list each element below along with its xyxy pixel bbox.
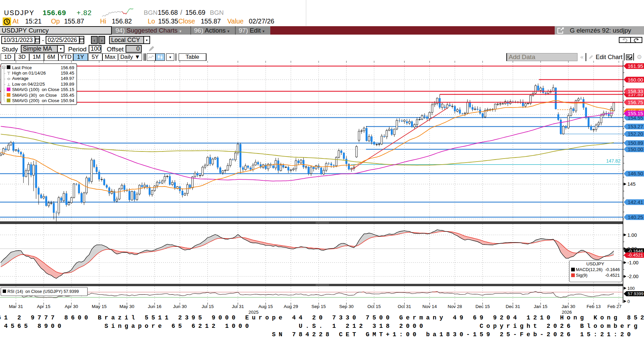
svg-text:140.25: 140.25 xyxy=(628,214,643,220)
svg-text:Average: Average xyxy=(12,76,29,81)
svg-text:150.00: 150.00 xyxy=(628,146,643,152)
svg-text:-1.00: -1.00 xyxy=(628,260,639,265)
svg-text:Mar 31: Mar 31 xyxy=(9,304,23,309)
svg-text:147.82: 147.82 xyxy=(606,158,620,164)
svg-text:159.45: 159.45 xyxy=(61,71,74,76)
svg-text:Jul 31: Jul 31 xyxy=(232,304,244,309)
svg-text:155.15: 155.15 xyxy=(628,111,643,116)
svg-text:Apr 30: Apr 30 xyxy=(65,304,78,309)
svg-text:Feb 27: Feb 27 xyxy=(607,304,622,309)
svg-text:57.9399: 57.9399 xyxy=(628,291,644,296)
svg-text:Jan 15: Jan 15 xyxy=(534,304,548,309)
svg-text:Nov 28: Nov 28 xyxy=(448,304,462,309)
svg-text:Low on 04/22/25: Low on 04/22/25 xyxy=(12,82,45,87)
svg-text:May 30: May 30 xyxy=(120,304,134,309)
svg-text:Sep 30: Sep 30 xyxy=(339,304,354,309)
svg-text:-0.1646: -0.1646 xyxy=(605,267,620,272)
svg-text:Aug 15: Aug 15 xyxy=(259,304,273,309)
svg-text:146.50: 146.50 xyxy=(628,171,643,176)
svg-text:142.41: 142.41 xyxy=(628,199,643,205)
svg-text:MACD(12,26): MACD(12,26) xyxy=(576,267,602,272)
svg-text:152.20: 152.20 xyxy=(628,131,643,137)
svg-text:Dec 31: Dec 31 xyxy=(506,304,520,309)
svg-text:Jul 15: Jul 15 xyxy=(201,304,214,309)
svg-text:USDJPY: USDJPY xyxy=(586,261,604,266)
svg-text:153.27: 153.27 xyxy=(628,124,643,129)
svg-text:158.33: 158.33 xyxy=(628,88,643,94)
svg-text:-0.4521: -0.4521 xyxy=(628,253,643,258)
svg-text:Oct 31: Oct 31 xyxy=(398,304,411,309)
svg-text:150.94: 150.94 xyxy=(61,98,74,103)
svg-text:149.97: 149.97 xyxy=(61,76,74,81)
svg-text:145: 145 xyxy=(628,181,636,187)
svg-text:May 15: May 15 xyxy=(92,304,106,309)
svg-text:Dec 15: Dec 15 xyxy=(475,304,490,309)
svg-text:Nov 14: Nov 14 xyxy=(422,304,437,309)
svg-text:Jun 30: Jun 30 xyxy=(173,304,187,309)
svg-text:2026: 2026 xyxy=(562,310,572,315)
svg-text:SMAVG (30) on Close: SMAVG (30) on Close xyxy=(12,93,57,98)
svg-text:RSI (14) on Close (USDJPY) 57: RSI (14) on Close (USDJPY) 57.9399 xyxy=(7,289,79,294)
svg-text:Sep 15: Sep 15 xyxy=(312,304,326,309)
svg-text:SMAVG (100) on Close: SMAVG (100) on Close xyxy=(12,87,59,92)
svg-text:1.00: 1.00 xyxy=(628,232,637,238)
svg-text:156.69: 156.69 xyxy=(61,65,74,70)
svg-text:161.95: 161.95 xyxy=(628,63,643,69)
svg-text:Feb 13: Feb 13 xyxy=(587,304,601,309)
svg-text:160.00: 160.00 xyxy=(628,77,643,83)
svg-text:High on 01/14/26: High on 01/14/26 xyxy=(12,71,46,76)
svg-text:Jun 16: Jun 16 xyxy=(148,304,162,309)
svg-text:SMAVG (200) on Close: SMAVG (200) on Close xyxy=(12,98,59,103)
svg-text:Last Price: Last Price xyxy=(12,65,32,70)
svg-text:2025: 2025 xyxy=(248,310,259,315)
svg-text:155.45: 155.45 xyxy=(61,93,74,98)
svg-text:Jan 30: Jan 30 xyxy=(561,304,575,309)
svg-text:-2.00: -2.00 xyxy=(628,274,639,279)
svg-text:100: 100 xyxy=(628,286,635,291)
svg-text:Aug 29: Aug 29 xyxy=(284,304,298,309)
svg-text:Oct 15: Oct 15 xyxy=(367,304,381,309)
svg-text:Apr 15: Apr 15 xyxy=(37,304,50,309)
svg-text:156.75: 156.75 xyxy=(628,99,643,105)
svg-text:155.15: 155.15 xyxy=(61,87,74,92)
svg-text:0: 0 xyxy=(628,299,630,304)
svg-text:-0.4521: -0.4521 xyxy=(605,273,620,278)
svg-text:Sig(9): Sig(9) xyxy=(576,273,588,278)
svg-text:139.89: 139.89 xyxy=(61,82,74,87)
svg-text:150.89: 150.89 xyxy=(628,140,643,146)
